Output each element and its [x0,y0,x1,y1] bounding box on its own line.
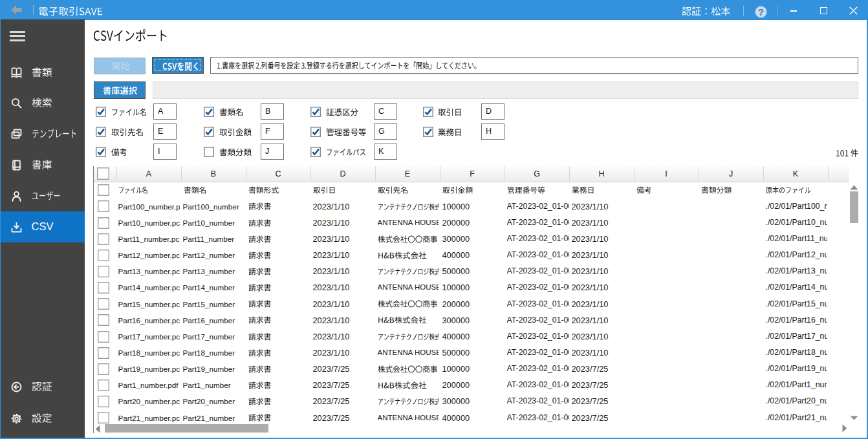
svg-text:?: ? [758,6,764,17]
